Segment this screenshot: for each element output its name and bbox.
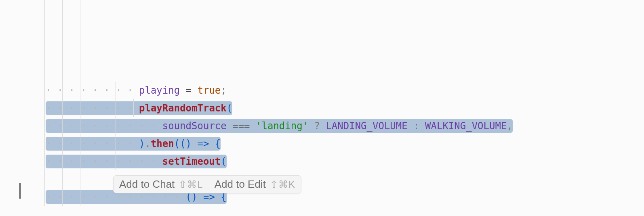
- add-to-chat-label: Add to Chat: [119, 178, 175, 191]
- code-editor[interactable]: · · · · · · · · playing = true; · · · · …: [0, 0, 644, 206]
- add-to-edit-shortcut: ⇧⌘K: [270, 179, 295, 190]
- code-line[interactable]: · · · · · · · · · · · · rigidControls.st…: [22, 135, 644, 153]
- inline-action-popup: Add to Chat ⇧⌘L Add to Edit ⇧⌘K: [113, 175, 301, 193]
- add-to-chat-shortcut: ⇧⌘L: [179, 179, 203, 190]
- code-line[interactable]: · · · · · · · · playing = true;: [22, 0, 644, 10]
- code-line[interactable]: · · · · · · · · ).then(() => {: [22, 46, 644, 64]
- code-line[interactable]: · · · · · · · · · · · · · · playing = fa…: [22, 99, 644, 117]
- code-line[interactable]: · · · · · · · · playRandomTrack(: [22, 10, 644, 28]
- code-line[interactable]: · · · · · · · · · · );: [22, 153, 644, 170]
- code-line[interactable]: · · · · · · · · · · · · },: [22, 117, 644, 135]
- add-to-chat-button[interactable]: Add to Chat ⇧⌘L: [119, 178, 203, 191]
- add-to-edit-label: Add to Edit: [215, 178, 266, 191]
- code-line[interactable]: · · · · · · · · · · · · () => {: [22, 82, 644, 99]
- editor-cursor: [19, 183, 21, 199]
- code-line[interactable]: · · · · · · · · · · soundSource === 'lan…: [22, 28, 644, 46]
- code-line[interactable]: · · · · · · · · · · setTimeout(: [22, 64, 644, 82]
- add-to-edit-button[interactable]: Add to Edit ⇧⌘K: [215, 178, 295, 191]
